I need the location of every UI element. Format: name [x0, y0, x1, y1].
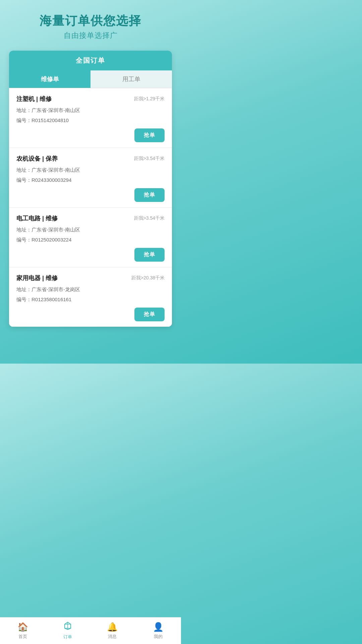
order-top-row: 家用电器 | 维修 距我>20.38千米 — [16, 274, 165, 282]
order-item: 电工电路 | 维修 距我>3.54千米 地址：广东省-深圳市-南山区 编号：R0… — [9, 208, 172, 267]
header-section: 海量订单供您选择 自由接单选择广 — [0, 0, 181, 47]
order-code: 编号：R0123580016161 — [16, 296, 165, 304]
order-distance: 距我>1.29千米 — [134, 96, 165, 102]
order-actions: 抢单 — [16, 248, 165, 262]
order-distance: 距我>3.54千米 — [134, 156, 165, 162]
tab-repair[interactable]: 维修单 — [9, 70, 90, 88]
order-top-row: 电工电路 | 维修 距我>3.54千米 — [16, 214, 165, 222]
bottom-spacer — [0, 333, 181, 364]
card-header: 全国订单 — [9, 51, 172, 70]
grab-button[interactable]: 抢单 — [134, 128, 165, 142]
order-address: 地址：广东省-深圳市-龙岗区 — [16, 285, 165, 293]
order-list: 注塑机 | 维修 距我>1.29千米 地址：广东省-深圳市-南山区 编号：R01… — [9, 88, 172, 327]
header-title: 海量订单供您选择 — [7, 13, 174, 28]
order-item: 农机设备 | 保养 距我>3.54千米 地址：广东省-深圳市-南山区 编号：R0… — [9, 148, 172, 208]
tabs-container: 维修单 用工单 — [9, 70, 172, 88]
order-actions: 抢单 — [16, 308, 165, 321]
header-subtitle: 自由接单选择广 — [7, 31, 174, 41]
order-title: 注塑机 | 维修 — [16, 95, 52, 103]
order-title: 家用电器 | 维修 — [16, 274, 58, 282]
order-address: 地址：广东省-深圳市-南山区 — [16, 226, 165, 234]
order-address: 地址：广东省-深圳市-南山区 — [16, 166, 165, 174]
order-top-row: 注塑机 | 维修 距我>1.29千米 — [16, 95, 165, 103]
order-top-row: 农机设备 | 保养 距我>3.54千米 — [16, 155, 165, 163]
grab-button[interactable]: 抢单 — [134, 188, 165, 202]
order-item: 注塑机 | 维修 距我>1.29千米 地址：广东省-深圳市-南山区 编号：R01… — [9, 88, 172, 148]
order-distance: 距我>20.38千米 — [131, 275, 165, 281]
order-address: 地址：广东省-深圳市-南山区 — [16, 106, 165, 114]
order-code: 编号：R0125020003224 — [16, 236, 165, 244]
order-actions: 抢单 — [16, 188, 165, 202]
order-actions: 抢单 — [16, 128, 165, 142]
main-card: 全国订单 维修单 用工单 注塑机 | 维修 距我>1.29千米 地址：广东省-深… — [9, 51, 172, 327]
order-distance: 距我>3.54千米 — [134, 215, 165, 221]
order-title: 农机设备 | 保养 — [16, 155, 58, 163]
order-code: 编号：R0243300003294 — [16, 176, 165, 184]
grab-button[interactable]: 抢单 — [134, 308, 165, 321]
order-item: 家用电器 | 维修 距我>20.38千米 地址：广东省-深圳市-龙岗区 编号：R… — [9, 267, 172, 327]
order-title: 电工电路 | 维修 — [16, 214, 58, 222]
order-code: 编号：R015142004810 — [16, 116, 165, 124]
tab-labor[interactable]: 用工单 — [90, 70, 172, 88]
grab-button[interactable]: 抢单 — [134, 248, 165, 262]
